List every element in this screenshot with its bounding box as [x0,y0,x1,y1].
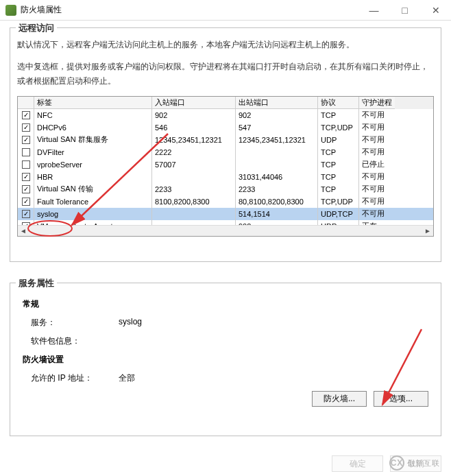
table-row[interactable]: ✓Virtual SAN 群集服务12345,23451,1232112345,… [18,134,433,146]
row-outgoing [236,146,318,158]
remote-desc-2: 选中复选框，提供对服务或客户端的访问权限。守护进程将在其端口打开时自动启动，在其… [17,60,434,89]
remote-access-group: 远程访问 默认情况下，远程客户端无法访问此主机上的服务，本地客户端无法访问远程主… [10,27,441,262]
horizontal-scrollbar[interactable]: ◄ ► [18,225,433,236]
table-row[interactable]: ✓DHCPv6546547TCP,UDP不可用 [18,121,433,134]
row-protocol: TCP,UDP [318,195,359,208]
table-row[interactable]: ✓VMware vCenterAgent902UDP正在... [18,220,433,225]
options-button[interactable]: 选项... [374,391,428,407]
row-protocol: TCP [318,109,359,121]
row-outgoing: 547 [236,121,318,134]
package-label: 软件包信息： [31,335,119,347]
row-daemon: 已停止 [359,158,395,171]
row-checkbox[interactable] [18,146,34,158]
row-daemon: 不可用 [359,146,395,158]
scroll-track[interactable] [29,226,422,236]
service-props-legend: 服务属性 [16,277,57,289]
col-daemon[interactable]: 守护进程 [359,97,395,109]
row-label: syslog [34,208,152,220]
ok-button[interactable]: 确定 [332,455,383,472]
row-label: Virtual SAN 群集服务 [34,134,152,146]
row-incoming: 2233 [152,183,236,195]
row-incoming: 902 [152,109,236,121]
watermark-icon: CX [389,455,404,471]
row-label: DHCPv6 [34,121,152,134]
row-incoming [152,208,236,220]
row-label: DVFilter [34,146,152,158]
row-outgoing: 902 [236,220,318,225]
remote-access-legend: 远程访问 [16,22,57,34]
col-outgoing[interactable]: 出站端口 [236,97,318,109]
remote-desc-1: 默认情况下，远程客户端无法访问此主机上的服务，本地客户端无法访问远程主机上的服务… [17,38,434,53]
row-incoming: 8100,8200,8300 [152,195,236,208]
firewall-button[interactable]: 防火墙... [312,391,367,407]
table-row[interactable]: ✓NFC902902TCP不可用 [18,109,433,121]
minimize-button[interactable]: ― [358,0,389,20]
row-outgoing: 12345,23451,12321 [236,134,318,146]
table-row[interactable]: vprobeServer57007TCP已停止 [18,158,433,171]
allowed-ip-value: 全部 [119,372,135,384]
firewall-heading: 防火墙设置 [23,354,434,366]
row-label: VMware vCenterAgent [34,220,152,225]
row-checkbox[interactable]: ✓ [18,171,34,183]
row-label: HBR [34,171,152,183]
row-protocol: TCP [318,183,359,195]
maximize-button[interactable]: □ [389,0,420,20]
row-label: NFC [34,109,152,121]
table-row[interactable]: ✓Virtual SAN 传输22332233TCP不可用 [18,183,433,195]
services-table: 标签 入站端口 出站端口 协议 守护进程 ✓NFC902902TCP不可用✓DH… [17,96,434,237]
row-checkbox[interactable]: ✓ [18,195,34,208]
row-daemon: 不可用 [359,183,395,195]
scroll-right-icon[interactable]: ► [422,226,433,236]
row-daemon: 不可用 [359,109,395,121]
row-outgoing: 31031,44046 [236,171,318,183]
close-button[interactable]: ✕ [420,0,451,20]
window-title: 防火墙属性 [21,4,358,16]
row-checkbox[interactable]: ✓ [18,109,34,121]
row-incoming: 2222 [152,146,236,158]
table-row[interactable]: ✓syslog514,1514UDP,TCP不可用 [18,208,433,220]
row-incoming: 546 [152,121,236,134]
row-outgoing [236,158,318,171]
row-checkbox[interactable]: ✓ [18,183,34,195]
row-label: Fault Tolerance [34,195,152,208]
row-checkbox[interactable]: ✓ [18,121,34,134]
row-outgoing: 2233 [236,183,318,195]
row-label: Virtual SAN 传输 [34,183,152,195]
col-incoming[interactable]: 入站端口 [152,97,236,109]
row-daemon: 不可用 [359,171,395,183]
props-button-row: 防火墙... 选项... [17,391,428,407]
table-row[interactable]: ✓HBR31031,44046TCP不可用 [18,171,433,183]
package-row: 软件包信息： [31,335,434,347]
row-incoming: 12345,23451,12321 [152,134,236,146]
col-checkbox[interactable] [18,97,34,109]
row-checkbox[interactable]: ✓ [18,134,34,146]
content-area: 远程访问 默认情况下，远程客户端无法访问此主机上的服务，本地客户端无法访问远程主… [0,21,451,436]
service-value: syslog [119,317,142,329]
row-protocol: TCP [318,146,359,158]
table-row[interactable]: DVFilter2222TCP不可用 [18,146,433,158]
row-label: vprobeServer [34,158,152,171]
row-incoming [152,171,236,183]
row-daemon: 不可用 [359,134,395,146]
row-incoming: 57007 [152,158,236,171]
row-checkbox[interactable]: ✓ [18,208,34,220]
col-protocol[interactable]: 协议 [318,97,359,109]
row-outgoing: 80,8100,8200,8300 [236,195,318,208]
row-daemon: 正在... [359,220,395,225]
allowed-ip-row: 允许的 IP 地址： 全部 [31,372,434,384]
row-protocol: TCP [318,158,359,171]
row-checkbox[interactable]: ✓ [18,220,34,225]
row-protocol: TCP,UDP [318,121,359,134]
row-protocol: UDP,TCP [318,208,359,220]
table-row[interactable]: ✓Fault Tolerance8100,8200,830080,8100,82… [18,195,433,208]
row-protocol: UDP [318,220,359,225]
table-body[interactable]: ✓NFC902902TCP不可用✓DHCPv6546547TCP,UDP不可用✓… [18,109,433,225]
scroll-left-icon[interactable]: ◄ [18,226,29,236]
watermark-text: 创新互联 [407,458,440,468]
row-outgoing: 514,1514 [236,208,318,220]
row-checkbox[interactable] [18,158,34,171]
row-protocol: UDP [318,134,359,146]
col-label[interactable]: 标签 [34,97,152,109]
row-protocol: TCP [318,171,359,183]
row-incoming [152,220,236,225]
